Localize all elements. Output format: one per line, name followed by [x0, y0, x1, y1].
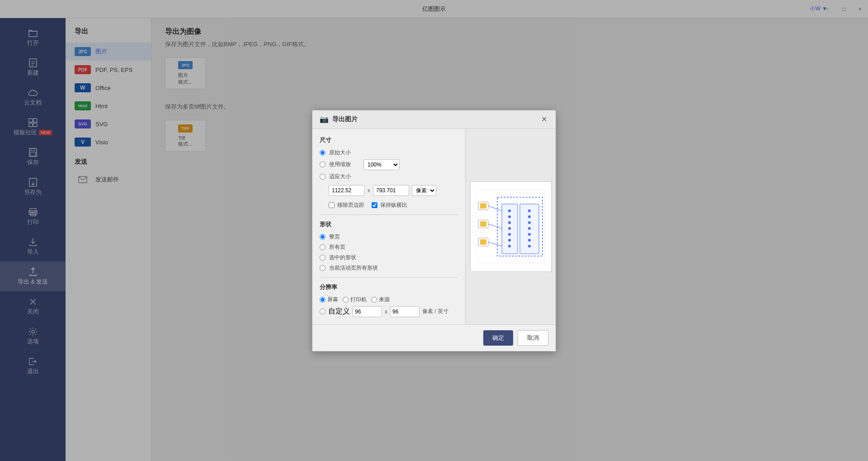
size-separator: x [368, 187, 370, 194]
allpages-label: 所有页 [329, 243, 345, 251]
screen-label: 屏幕 [327, 296, 338, 304]
svg-point-40 [528, 227, 531, 230]
size-section-title: 尺寸 [320, 136, 458, 144]
custom-res-label: 自定义 [328, 307, 350, 316]
checkbox-row: 移除页边距 保持纵横比 [329, 201, 458, 209]
svg-point-32 [508, 221, 511, 224]
svg-point-43 [528, 245, 531, 247]
shape-radio-group: 整页 所有页 选中的形状 当前活动页所有形状 [320, 233, 458, 272]
svg-rect-25 [480, 221, 486, 227]
modal-preview [465, 129, 556, 324]
export-image-icon: 📷 [320, 115, 329, 124]
cancel-button[interactable]: 取消 [518, 330, 548, 346]
selected-radio[interactable] [320, 255, 326, 261]
scale-label: 使用缩放 [329, 161, 351, 168]
svg-point-39 [528, 221, 531, 224]
shape-section-title: 形状 [320, 220, 458, 228]
confirm-button[interactable]: 确定 [483, 330, 513, 346]
modal-overlay: 📷 导出图片 ✕ 尺寸 原始大小 使用缩放 [0, 0, 868, 461]
fit-size-label: 适应大小 [329, 173, 351, 181]
modal-header: 📷 导出图片 ✕ [312, 110, 556, 129]
svg-point-42 [528, 239, 531, 242]
source-option[interactable]: 来源 [371, 296, 390, 304]
source-radio[interactable] [371, 297, 377, 303]
svg-point-36 [508, 245, 511, 247]
preview-diagram [470, 181, 552, 272]
source-label: 来源 [379, 296, 390, 304]
scale-row-radio[interactable]: 使用缩放 100% 50% 200% [320, 159, 458, 170]
width-input[interactable] [329, 185, 365, 196]
resolution-x-sep: x [385, 309, 387, 315]
custom-res-radio[interactable] [320, 309, 326, 314]
original-size-row[interactable]: 原始大小 [320, 149, 458, 157]
printer-option[interactable]: 打印机 [343, 296, 367, 304]
remove-margin-checkbox[interactable] [329, 202, 335, 208]
resolution-section-title: 分辨率 [320, 283, 458, 291]
fullpage-label: 整页 [329, 233, 340, 241]
shape-selected-row[interactable]: 选中的形状 [320, 254, 458, 261]
modal-footer: 确定 取消 [312, 324, 556, 351]
svg-point-34 [508, 233, 511, 236]
scale-radio[interactable] [320, 162, 326, 167]
selected-label: 选中的形状 [329, 254, 356, 261]
svg-rect-23 [480, 203, 486, 209]
printer-radio[interactable] [343, 297, 349, 303]
export-image-modal: 📷 导出图片 ✕ 尺寸 原始大小 使用缩放 [312, 110, 556, 352]
remove-margin-label: 移除页边距 [337, 201, 364, 209]
active-label: 当前活动页所有形状 [329, 264, 378, 272]
fullpage-radio[interactable] [320, 234, 326, 240]
svg-point-33 [508, 227, 511, 230]
unit-select[interactable]: 像素 英寸 [412, 185, 436, 196]
fit-size-row[interactable]: 适应大小 [320, 173, 458, 181]
original-size-radio[interactable] [320, 150, 326, 156]
scale-value-row: 100% 50% 200% [363, 159, 400, 170]
modal-left: 尺寸 原始大小 使用缩放 100% 50% 200% [312, 129, 465, 324]
allpages-radio[interactable] [320, 244, 326, 250]
svg-rect-27 [480, 239, 486, 245]
custom-resolution-row: 自定义 x 像素 / 英寸 [320, 306, 458, 317]
modal-close-button[interactable]: ✕ [539, 115, 548, 124]
svg-point-30 [508, 209, 511, 212]
shape-allpages-row[interactable]: 所有页 [320, 243, 458, 251]
resolution-h-input[interactable] [390, 306, 420, 317]
original-size-label: 原始大小 [329, 149, 351, 157]
modal-title: 📷 导出图片 [320, 115, 358, 124]
screen-option[interactable]: 屏幕 [320, 296, 338, 304]
keep-ratio-label: 保持纵横比 [380, 201, 407, 209]
svg-point-37 [528, 209, 531, 212]
resolution-row: 屏幕 打印机 来源 [320, 296, 458, 304]
diagram-svg [475, 188, 547, 265]
svg-point-35 [508, 239, 511, 242]
svg-point-41 [528, 233, 531, 236]
height-input[interactable] [373, 185, 409, 196]
svg-point-31 [508, 215, 511, 218]
keep-ratio-checkbox[interactable] [372, 202, 377, 208]
active-radio[interactable] [320, 265, 326, 271]
size-radio-group: 原始大小 使用缩放 100% 50% 200% [320, 149, 458, 209]
scale-select[interactable]: 100% 50% 200% [363, 159, 400, 170]
screen-radio[interactable] [320, 297, 326, 303]
fit-size-radio[interactable] [320, 174, 326, 180]
resolution-w-input[interactable] [353, 306, 382, 317]
resolution-unit-label: 像素 / 英寸 [422, 308, 448, 315]
svg-point-38 [528, 215, 531, 218]
printer-label: 打印机 [350, 296, 367, 304]
shape-fullpage-row[interactable]: 整页 [320, 233, 458, 241]
modal-body: 尺寸 原始大小 使用缩放 100% 50% 200% [312, 129, 556, 324]
shape-active-row[interactable]: 当前活动页所有形状 [320, 264, 458, 272]
size-input-row: x 像素 英寸 [329, 185, 458, 196]
